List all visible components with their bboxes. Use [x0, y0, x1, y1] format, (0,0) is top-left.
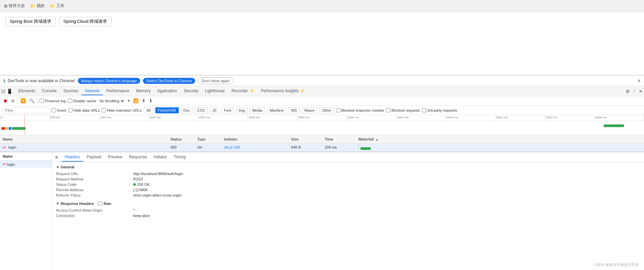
detail-referrer-label: Referrer Policy: [56, 193, 133, 197]
detail-tab-headers[interactable]: Headers [61, 153, 83, 162]
dock-icon[interactable]: ⊡ [1, 89, 5, 94]
blocked-cookies-label[interactable]: Blocked response cookies [336, 108, 384, 112]
filter-btn-media[interactable]: Media [250, 107, 265, 113]
detail-tab-response[interactable]: Response [125, 153, 150, 162]
page-content: Spring Boot 跨域请求 Spring Cloud 跨域请求 [0, 12, 644, 75]
row-type: xhr [197, 145, 224, 149]
detail-left-row-login[interactable]: ⇌ login [0, 161, 52, 168]
raw-checkbox[interactable] [98, 201, 102, 206]
wifi-icon[interactable]: 📶 [132, 98, 139, 104]
tab-lighthouse[interactable]: Lighthouse [202, 87, 228, 95]
blocked-requests-checkbox[interactable] [386, 108, 390, 112]
blocked-cookies-checkbox[interactable] [336, 108, 340, 112]
tab-performance[interactable]: Performance [103, 87, 133, 95]
filter-btn-other[interactable]: Other [319, 107, 334, 113]
third-party-label[interactable]: 3rd-party requests [422, 108, 457, 112]
tab-console[interactable]: Console [39, 87, 60, 95]
filter-btn-fetch-xhr[interactable]: Fetch/XHR [155, 107, 179, 113]
raw-checkbox-label[interactable]: Raw [98, 201, 111, 206]
close-notification-btn[interactable]: × [638, 78, 641, 84]
more-icon[interactable]: ⋮ [632, 89, 637, 94]
filter-bar: Invert Hide data URLs Hide extension URL… [0, 106, 644, 115]
response-headers-title[interactable]: ▼ Response Headers Raw [56, 201, 640, 206]
switch-to-chinese-btn[interactable]: Switch DevTools to Chinese [143, 78, 195, 84]
search-icon[interactable]: 🔍 [29, 98, 35, 104]
filter-btn-manifest[interactable]: Manifest [267, 107, 286, 113]
filter-icon[interactable]: 🔽 [20, 98, 26, 104]
clear-icon[interactable]: ⊘ [10, 98, 15, 104]
bar-blue [9, 127, 11, 130]
detail-tab-preview[interactable]: Preview [105, 153, 126, 162]
tab-performance-insights[interactable]: Performance insights ⚡ [258, 87, 308, 95]
invert-checkbox[interactable] [52, 108, 56, 112]
tab-sources[interactable]: Sources [60, 87, 82, 95]
invert-label[interactable]: Invert [52, 108, 66, 112]
table-row[interactable]: ⇌ login 200 xhr xhr.js:188 645 B 104 ms [0, 143, 644, 152]
nav-item-work[interactable]: 📁 工作 [50, 3, 64, 9]
col-header-type[interactable]: Type [197, 137, 224, 141]
row-name: ⇌ login [3, 145, 170, 150]
preserve-log-label[interactable]: Preserve log [40, 99, 66, 103]
tick-3500: 3500 ms [347, 115, 396, 121]
hide-data-urls-label[interactable]: Hide data URLs [68, 108, 100, 112]
hide-ext-urls-label[interactable]: Hide extension URLs [102, 108, 142, 112]
col-header-name[interactable]: Name [3, 137, 170, 141]
detail-tab-timing[interactable]: Timing [170, 153, 189, 162]
row-time: 104 ms [325, 145, 358, 149]
record-icon[interactable]: ⏺ [3, 98, 8, 104]
disable-cache-label[interactable]: Disable cache [68, 99, 96, 103]
network-table-header: Name Status Type Initiator Size Time Wat… [0, 135, 644, 143]
settings-icon[interactable]: ⚙ [626, 89, 630, 94]
filter-btn-wasm[interactable]: Wasm [302, 107, 317, 113]
hide-ext-urls-checkbox[interactable] [102, 108, 106, 112]
export-icon[interactable]: ⬆ [141, 98, 146, 104]
filter-btn-css[interactable]: CSS [195, 107, 208, 113]
tick-6000: 6000 ms [594, 115, 644, 121]
third-party-checkbox[interactable] [422, 108, 426, 112]
detail-tab-payload[interactable]: Payload [83, 153, 104, 162]
throttle-select[interactable]: No throttling [98, 99, 125, 103]
spring-boot-btn[interactable]: Spring Boot 跨域请求 [5, 17, 56, 26]
detail-tab-initiator[interactable]: Initiator [150, 153, 170, 162]
filter-btn-js[interactable]: JS [210, 107, 219, 113]
tab-recorder[interactable]: Recorder ⚡ [228, 87, 258, 95]
tab-security[interactable]: Security [180, 87, 202, 95]
filter-btn-doc[interactable]: Doc [181, 107, 193, 113]
col-header-time[interactable]: Time [325, 137, 358, 141]
dont-show-again-btn[interactable]: Don't show again [198, 77, 233, 84]
hide-data-urls-checkbox[interactable] [68, 108, 73, 112]
col-header-initiator[interactable]: Initiator [224, 137, 291, 141]
import-icon[interactable]: ⬇ [148, 98, 153, 104]
disable-cache-checkbox[interactable] [68, 99, 72, 103]
tab-memory[interactable]: Memory [133, 87, 154, 95]
spring-cloud-btn[interactable]: Spring Cloud 跨域请求 [59, 17, 112, 26]
col-header-size[interactable]: Size [291, 137, 325, 141]
col-header-status[interactable]: Status [170, 137, 197, 141]
close-devtools-icon[interactable]: ✕ [639, 89, 643, 94]
initiator-link[interactable]: xhr.js:188 [224, 145, 240, 149]
mobile-icon[interactable]: 📱 [7, 89, 12, 94]
col-header-waterfall[interactable]: Waterfall ▲ [358, 137, 641, 141]
filter-btn-img[interactable]: Img [236, 107, 248, 113]
row-initiator[interactable]: xhr.js:188 [224, 145, 291, 149]
detail-url-value: http://localhost:8868/auth/login [133, 172, 183, 176]
filter-btn-ws[interactable]: WS [288, 107, 300, 113]
blocked-requests-label[interactable]: Blocked requests [386, 108, 420, 112]
timeline-marker [24, 115, 24, 135]
detail-right-pane: ✕ Headers Payload Preview Response Initi… [52, 152, 644, 270]
filter-btn-font[interactable]: Font [221, 107, 234, 113]
filter-input[interactable] [3, 107, 50, 113]
row-size: 645 B [291, 145, 325, 149]
devtools-right-icons: ⚙ ⋮ ✕ [626, 89, 643, 94]
cors-header-value: * [133, 208, 135, 212]
match-language-btn[interactable]: Always match Chrome's language [78, 78, 140, 84]
general-section-title[interactable]: ▼ General [56, 165, 640, 169]
nav-item-mine[interactable]: 📁 我的 [30, 3, 45, 9]
tab-application[interactable]: Application [154, 87, 180, 95]
close-detail-btn[interactable]: ✕ [55, 155, 59, 160]
nav-item-software[interactable]: ⊞ 软件大全 [4, 3, 25, 9]
preserve-log-checkbox[interactable] [40, 99, 44, 103]
tab-network[interactable]: Network [82, 87, 103, 95]
tab-elements[interactable]: Elements [15, 87, 39, 95]
filter-btn-all[interactable]: All [144, 107, 153, 113]
